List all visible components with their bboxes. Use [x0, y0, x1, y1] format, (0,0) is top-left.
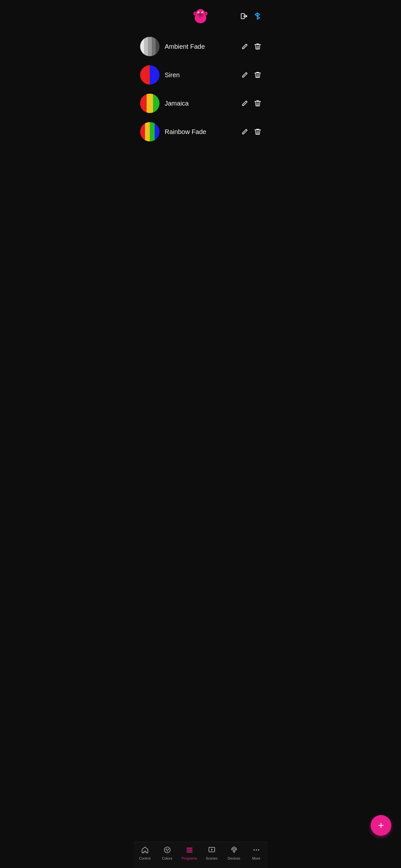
tab-control-label: Control — [139, 857, 150, 860]
svg-point-28 — [256, 849, 257, 850]
tab-programs-label: Programs — [182, 857, 197, 860]
trash-icon — [254, 43, 261, 50]
edit-icon — [242, 72, 248, 78]
program-icon-jamaica — [140, 94, 159, 113]
delete-button[interactable] — [254, 128, 261, 135]
trash-icon — [254, 128, 261, 135]
trash-icon — [254, 100, 261, 107]
edit-button[interactable] — [242, 72, 248, 78]
svg-point-17 — [166, 848, 167, 850]
colors-icon — [163, 846, 171, 855]
tab-scenes[interactable]: Scenes — [201, 845, 223, 862]
programs-icon — [186, 846, 193, 855]
svg-point-29 — [258, 849, 259, 850]
devices-icon — [230, 846, 238, 855]
svg-rect-22 — [187, 851, 192, 852]
delete-button[interactable] — [254, 43, 261, 50]
edit-icon — [242, 43, 248, 50]
svg-rect-21 — [187, 849, 192, 850]
svg-point-10 — [203, 12, 204, 13]
scenes-icon — [208, 846, 216, 855]
home-icon — [141, 846, 149, 855]
program-actions — [242, 100, 261, 107]
list-item: Siren — [134, 61, 267, 89]
svg-point-18 — [167, 848, 169, 850]
app-logo — [191, 6, 210, 26]
more-icon — [252, 846, 260, 855]
trash-icon — [254, 71, 261, 79]
tab-more-label: More — [252, 857, 260, 860]
tab-colors[interactable]: Colors — [156, 845, 178, 862]
edit-icon — [242, 128, 248, 135]
program-name: Rainbow Fade — [165, 128, 236, 135]
bluetooth-button[interactable] — [254, 12, 261, 20]
program-icon-ambient-fade — [140, 37, 159, 56]
svg-point-3 — [194, 12, 197, 15]
edit-icon — [242, 100, 248, 106]
svg-point-19 — [166, 850, 168, 851]
tab-devices[interactable]: Devices — [223, 845, 245, 862]
program-icon-siren — [140, 65, 159, 85]
svg-point-12 — [199, 14, 200, 15]
tab-control[interactable]: Control — [134, 845, 156, 862]
bluetooth-icon — [254, 12, 261, 20]
delete-button[interactable] — [254, 100, 261, 107]
program-list: Ambient Fade Siren — [134, 29, 267, 842]
svg-marker-24 — [211, 848, 213, 850]
program-name: Siren — [165, 71, 236, 79]
monkey-logo-icon — [191, 6, 210, 26]
svg-rect-20 — [187, 848, 192, 848]
svg-point-5 — [205, 12, 207, 15]
svg-point-13 — [201, 14, 202, 15]
program-actions — [242, 43, 261, 50]
edit-button[interactable] — [242, 100, 248, 106]
edit-button[interactable] — [242, 128, 248, 135]
tab-scenes-label: Scenes — [206, 857, 218, 860]
program-actions — [242, 71, 261, 79]
program-name: Jamaica — [165, 100, 236, 107]
program-name: Ambient Fade — [165, 43, 236, 51]
header-actions — [240, 12, 261, 20]
svg-point-9 — [198, 12, 199, 13]
tab-more[interactable]: More — [245, 845, 267, 862]
login-icon — [240, 12, 249, 20]
tab-programs[interactable]: Programs — [178, 845, 201, 862]
program-actions — [242, 128, 261, 135]
delete-button[interactable] — [254, 71, 261, 79]
list-item: Rainbow Fade — [134, 118, 267, 146]
list-item: Ambient Fade — [134, 32, 267, 61]
list-item: Jamaica — [134, 89, 267, 118]
edit-button[interactable] — [242, 43, 248, 50]
svg-point-16 — [164, 847, 170, 853]
header — [134, 0, 267, 29]
bottom-nav: Control Colors Programs — [134, 842, 267, 868]
tab-devices-label: Devices — [227, 857, 240, 860]
svg-point-27 — [253, 849, 255, 850]
tab-colors-label: Colors — [162, 857, 173, 860]
program-icon-rainbow-fade — [140, 122, 159, 142]
login-button[interactable] — [240, 12, 249, 20]
